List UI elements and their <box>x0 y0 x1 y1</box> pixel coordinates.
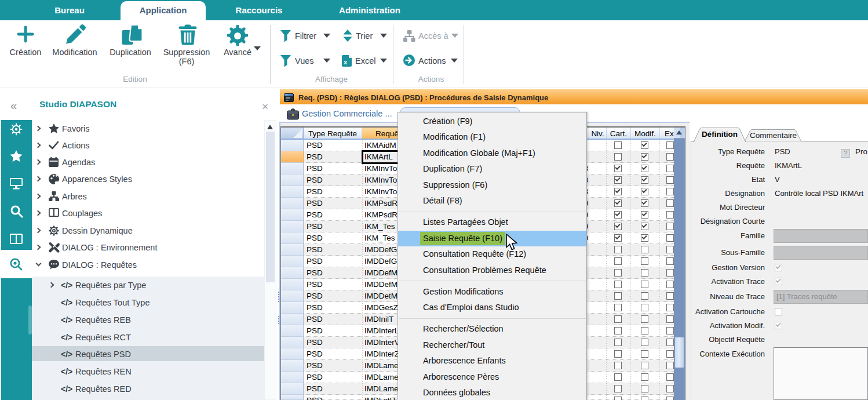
svg-text:x: x <box>344 59 348 66</box>
